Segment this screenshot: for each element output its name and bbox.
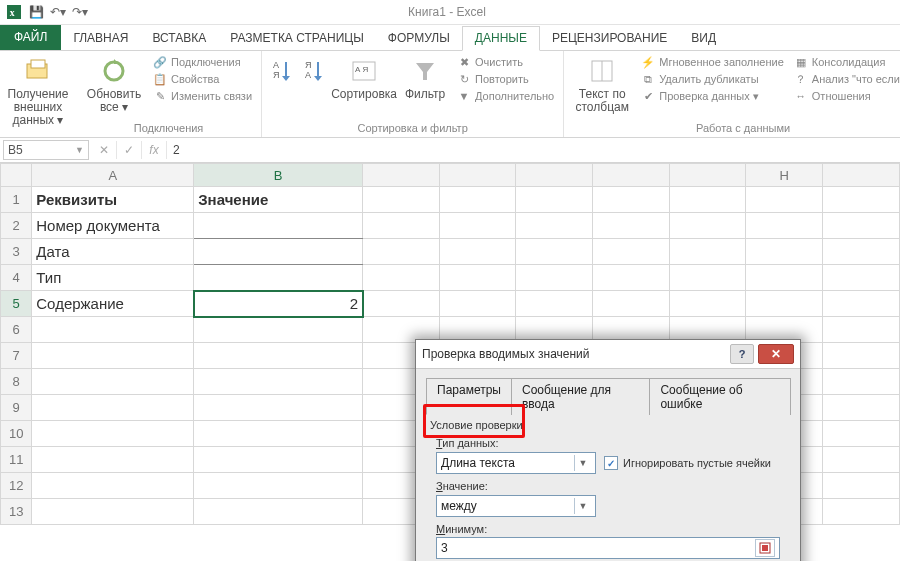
value-label: Значение: bbox=[436, 480, 790, 492]
type-select[interactable]: Длина текста▼ bbox=[436, 452, 596, 474]
text-to-columns-button[interactable]: Текст по столбцам bbox=[570, 54, 634, 114]
row-header[interactable]: 7 bbox=[1, 343, 32, 369]
tab-parameters[interactable]: Параметры bbox=[426, 378, 512, 415]
what-if-button[interactable]: ？Анализ "что если" ▾ bbox=[791, 71, 900, 87]
cell[interactable] bbox=[194, 239, 363, 265]
cell-selected[interactable]: 2 bbox=[194, 291, 363, 317]
svg-text:А: А bbox=[273, 60, 279, 70]
sort-desc-button[interactable]: ЯА bbox=[300, 54, 328, 86]
svg-marker-9 bbox=[282, 76, 290, 81]
tab-layout[interactable]: РАЗМЕТКА СТРАНИЦЫ bbox=[218, 27, 376, 50]
cell[interactable] bbox=[194, 265, 363, 291]
edit-links-button[interactable]: ✎Изменить связи bbox=[150, 88, 255, 104]
tab-home[interactable]: ГЛАВНАЯ bbox=[61, 27, 140, 50]
cell[interactable]: Дата bbox=[32, 239, 194, 265]
svg-text:x: x bbox=[10, 7, 15, 18]
row-header[interactable]: 2 bbox=[1, 213, 32, 239]
dialog-titlebar[interactable]: Проверка вводимых значений ? ✕ bbox=[416, 340, 800, 369]
dialog-title: Проверка вводимых значений bbox=[422, 347, 590, 361]
clear-icon: ✖ bbox=[457, 55, 471, 69]
ribbon: Получение внешних данных ▾ Обновить все … bbox=[0, 51, 900, 138]
row-header[interactable]: 6 bbox=[1, 317, 32, 343]
svg-marker-16 bbox=[416, 63, 434, 80]
row-header[interactable]: 3 bbox=[1, 239, 32, 265]
cell[interactable]: Номер документа bbox=[32, 213, 194, 239]
connections-button[interactable]: 🔗Подключения bbox=[150, 54, 255, 70]
worksheet-grid[interactable]: A B H 1РеквизитыЗначение 2Номер документ… bbox=[0, 163, 900, 525]
range-picker-icon[interactable] bbox=[755, 539, 775, 557]
tab-insert[interactable]: ВСТАВКА bbox=[140, 27, 218, 50]
type-label: Тип данных: bbox=[436, 437, 790, 449]
col-header[interactable]: A bbox=[32, 164, 194, 187]
sort-icon: А Я bbox=[349, 56, 379, 86]
advanced-button[interactable]: ▼Дополнительно bbox=[454, 88, 557, 104]
remove-dups-button[interactable]: ⧉Удалить дубликаты bbox=[638, 71, 787, 87]
sort-asc-button[interactable]: АЯ bbox=[268, 54, 296, 86]
cell[interactable]: Содержание bbox=[32, 291, 194, 317]
ignore-blank-checkbox[interactable]: ✓Игнорировать пустые ячейки bbox=[604, 456, 771, 470]
svg-rect-21 bbox=[762, 545, 768, 551]
formula-input[interactable] bbox=[167, 141, 900, 159]
quick-access-toolbar: x 💾 ↶▾ ↷▾ bbox=[0, 4, 94, 20]
row-header[interactable]: 9 bbox=[1, 395, 32, 421]
row-header[interactable]: 5 bbox=[1, 291, 32, 317]
text-to-columns-icon bbox=[587, 56, 617, 86]
close-button[interactable]: ✕ bbox=[758, 344, 794, 364]
clear-filter-button[interactable]: ✖Очистить bbox=[454, 54, 557, 70]
tab-view[interactable]: ВИД bbox=[679, 27, 728, 50]
title-bar: x 💾 ↶▾ ↷▾ Книга1 - Excel bbox=[0, 0, 900, 25]
reapply-button[interactable]: ↻Повторить bbox=[454, 71, 557, 87]
cell[interactable]: Значение bbox=[194, 187, 363, 213]
row-header[interactable]: 13 bbox=[1, 499, 32, 525]
get-external-data-button[interactable]: Получение внешних данных ▾ bbox=[6, 54, 70, 128]
refresh-icon bbox=[99, 56, 129, 86]
what-if-icon: ？ bbox=[794, 72, 808, 86]
flash-fill-button[interactable]: ⚡Мгновенное заполнение bbox=[638, 54, 787, 70]
tab-data[interactable]: ДАННЫЕ bbox=[462, 26, 540, 51]
refresh-all-button[interactable]: Обновить все ▾ bbox=[82, 54, 146, 114]
cell[interactable]: Реквизиты bbox=[32, 187, 194, 213]
fx-icon[interactable]: fx bbox=[142, 141, 167, 159]
tab-input-message[interactable]: Сообщение для ввода bbox=[511, 378, 650, 415]
col-header[interactable]: H bbox=[746, 164, 823, 187]
row-header[interactable]: 4 bbox=[1, 265, 32, 291]
name-box-dropdown-icon[interactable]: ▼ bbox=[75, 145, 84, 155]
row-header[interactable]: 1 bbox=[1, 187, 32, 213]
svg-text:А: А bbox=[305, 70, 311, 80]
help-button[interactable]: ? bbox=[730, 344, 754, 364]
sort-desc-icon: ЯА bbox=[299, 56, 329, 86]
data-validation-button[interactable]: ✔Проверка данных ▾ bbox=[638, 88, 787, 104]
properties-button[interactable]: 📋Свойства bbox=[150, 71, 255, 87]
svg-marker-13 bbox=[314, 76, 322, 81]
row-header[interactable]: 12 bbox=[1, 473, 32, 499]
relationships-button[interactable]: ↔Отношения bbox=[791, 88, 900, 104]
name-box[interactable]: B5▼ bbox=[3, 140, 89, 160]
edit-links-icon: ✎ bbox=[153, 89, 167, 103]
tab-error-alert[interactable]: Сообщение об ошибке bbox=[649, 378, 791, 415]
filter-button[interactable]: Фильтр bbox=[400, 54, 450, 101]
svg-rect-3 bbox=[31, 60, 45, 68]
dropdown-icon: ▼ bbox=[574, 455, 591, 471]
tab-review[interactable]: РЕЦЕНЗИРОВАНИЕ bbox=[540, 27, 679, 50]
redo-icon[interactable]: ↷▾ bbox=[72, 4, 88, 20]
cancel-formula-icon[interactable]: ✕ bbox=[92, 141, 117, 159]
cell[interactable] bbox=[194, 213, 363, 239]
save-icon[interactable]: 💾 bbox=[28, 4, 44, 20]
undo-icon[interactable]: ↶▾ bbox=[50, 4, 66, 20]
row-header[interactable]: 8 bbox=[1, 369, 32, 395]
enter-formula-icon[interactable]: ✓ bbox=[117, 141, 142, 159]
min-input[interactable]: 3 bbox=[436, 537, 780, 559]
sort-filter-group-label: Сортировка и фильтр bbox=[268, 121, 557, 137]
filter-icon bbox=[410, 56, 440, 86]
tab-file[interactable]: ФАЙЛ bbox=[0, 25, 61, 50]
consolidate-button[interactable]: ▦Консолидация bbox=[791, 54, 900, 70]
flash-fill-icon: ⚡ bbox=[641, 55, 655, 69]
col-header[interactable]: B bbox=[194, 164, 363, 187]
row-header[interactable]: 10 bbox=[1, 421, 32, 447]
cell[interactable]: Тип bbox=[32, 265, 194, 291]
tab-formulas[interactable]: ФОРМУЛЫ bbox=[376, 27, 462, 50]
row-header[interactable]: 11 bbox=[1, 447, 32, 473]
value-select[interactable]: между▼ bbox=[436, 495, 596, 517]
sort-button[interactable]: А ЯСортировка bbox=[332, 54, 396, 101]
svg-text:Я: Я bbox=[273, 70, 280, 80]
